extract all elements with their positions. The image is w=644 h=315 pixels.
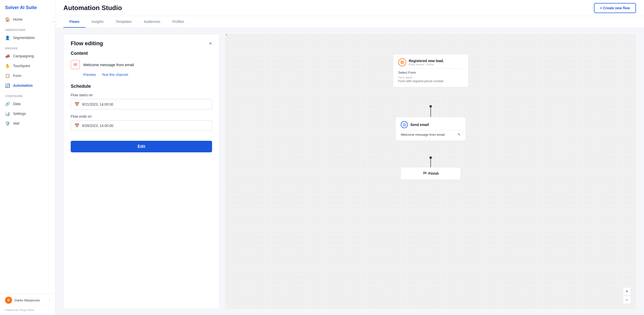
username: Darko Marjanovic [15, 298, 47, 302]
sidebar-item-label: Form [13, 74, 21, 78]
sidebar-item-automation[interactable]: 🔄 Automation [0, 81, 55, 91]
trigger-node-title: Registered new lead. [409, 59, 444, 63]
sidebar-section-engage: ENGAGE [0, 43, 55, 51]
close-icon[interactable]: × [209, 41, 212, 46]
flow-starts-input[interactable]: 📅 9/21/2023, 14:00:00 [71, 99, 212, 109]
finish-node: 🏁 Finish [400, 167, 461, 180]
tab-insights[interactable]: Insights [86, 16, 110, 28]
sidebar: Solver AI Suite ← 🏠 Home UNDERSTAND 👤 Se… [0, 0, 55, 315]
home-icon: 🏠 [5, 17, 10, 22]
envelope-icon: ✉ [73, 62, 77, 67]
svg-marker-1 [225, 34, 227, 35]
schedule-section: Schedule Flow starts on 📅 9/21/2023, 14:… [71, 84, 212, 131]
form-name-value: Form with required phone number [398, 79, 463, 83]
action-content-label: Welcome message from email [401, 133, 445, 137]
sidebar-footer: D Darko Marjanovic › [0, 293, 55, 307]
tab-profiles[interactable]: Profiles [166, 16, 190, 28]
panel-body: Content ✉ Welcome message from email Pre… [64, 51, 219, 309]
sidebar-toggle[interactable]: ← [52, 18, 59, 25]
sidebar-item-label: Automation [13, 83, 33, 87]
flow-editing-panel: Flow editing × Content ✉ Welcome message… [63, 34, 219, 309]
flow-canvas: Registered new lead. Entry source - form… [225, 34, 636, 309]
email-icon: ✉ [71, 60, 80, 69]
tab-audiences[interactable]: Audiences [138, 16, 166, 28]
trigger-node-subtitle: Entry source - forms [409, 63, 444, 66]
action-node: Send email Welcome message from email ✎ [395, 117, 466, 141]
svg-point-4 [429, 105, 432, 108]
flow-ends-input[interactable]: 📅 9/28/2023, 14:00:00 [71, 120, 212, 131]
app-logo: Solver AI Suite [0, 0, 55, 15]
sidebar-item-label: Settings [13, 112, 26, 116]
form-icon: 📋 [5, 73, 10, 78]
iam-icon: 🛡️ [5, 121, 10, 126]
sidebar-item-settings[interactable]: 📊 Settings [0, 109, 55, 119]
create-flow-button[interactable]: + Create new flow [594, 3, 636, 13]
node-edit-icon[interactable]: ✎ [458, 132, 461, 137]
content-item-label: Welcome message from email [83, 63, 134, 67]
trigger-node: Registered new lead. Entry source - form… [393, 54, 468, 87]
sidebar-item-segmentation[interactable]: 👤 Segmentation [0, 33, 55, 43]
page-title: Automation Studio [63, 4, 122, 12]
zoom-in-button[interactable]: + [623, 287, 631, 295]
sidebar-item-iam[interactable]: 🛡️ IAM [0, 119, 55, 128]
flow-starts-label: Flow starts on [71, 93, 212, 97]
sidebar-item-form[interactable]: 📋 Form [0, 71, 55, 81]
sidebar-item-label: IAM [13, 121, 19, 125]
trigger-node-header: Registered new lead. Entry source - form… [398, 58, 463, 66]
svg-marker-3 [225, 34, 227, 35]
sidebar-item-campaigning[interactable]: 📣 Campaigning [0, 51, 55, 61]
flow-starts-value: 9/21/2023, 14:00:00 [82, 102, 113, 106]
data-icon: 🔗 [5, 102, 10, 106]
calendar-icon: 📅 [74, 102, 79, 107]
chevron-right-icon: › [49, 298, 50, 302]
trigger-node-titles: Registered new lead. Entry source - form… [409, 59, 444, 66]
preview-link[interactable]: Preview [83, 73, 96, 77]
top-header: Automation Studio + Create new flow [55, 0, 644, 16]
action-icon [401, 121, 408, 128]
tab-templates[interactable]: Templates [110, 16, 138, 28]
form-name-label: Form name [398, 76, 463, 79]
zoom-out-button[interactable]: − [623, 296, 631, 304]
finish-label: 🏁 Finish [406, 171, 456, 175]
zoom-controls: + − [623, 287, 631, 304]
sidebar-section-understand: UNDERSTAND [0, 24, 55, 33]
sidebar-item-label: Segmentation [13, 36, 35, 40]
finish-flag-icon: 🏁 [423, 171, 427, 175]
touchpoint-icon: ✋ [5, 64, 10, 68]
trigger-icon [398, 58, 406, 66]
settings-icon: 📊 [5, 111, 10, 116]
flow-ends-value: 9/28/2023, 14:00:00 [82, 124, 113, 128]
tabs-bar: Flows Insights Templates Audiences Profi… [55, 16, 644, 28]
svg-point-7 [401, 62, 403, 63]
action-node-header: Send email [401, 121, 461, 128]
content-area: Flow editing × Content ✉ Welcome message… [55, 28, 644, 315]
calendar-icon-2: 📅 [74, 123, 79, 128]
tab-flows[interactable]: Flows [63, 16, 86, 28]
flow-ends-label: Flow ends on [71, 114, 212, 118]
panel-title: Flow editing [71, 40, 103, 47]
segmentation-icon: 👤 [5, 35, 10, 40]
schedule-section-title: Schedule [71, 84, 212, 89]
action-node-content: Welcome message from email ✎ [401, 132, 461, 137]
svg-point-5 [429, 156, 432, 159]
user-menu[interactable]: D Darko Marjanovic › [5, 297, 50, 304]
sidebar-item-label: Campaigning [13, 54, 34, 58]
svg-point-6 [401, 61, 404, 64]
sidebar-section-configure: CONFIGURE [0, 91, 55, 99]
automation-icon: 🔄 [5, 83, 10, 88]
sidebar-item-label: Data [13, 102, 21, 106]
sidebar-item-home[interactable]: 🏠 Home [0, 15, 55, 24]
content-item: ✉ Welcome message from email [71, 60, 212, 69]
sidebar-item-label: Touchpoint [13, 64, 30, 68]
powered-by: Powered by Things Solver [0, 307, 55, 315]
panel-header: Flow editing × [64, 34, 219, 51]
sidebar-item-label: Home [13, 17, 22, 21]
content-section-title: Content [71, 51, 212, 56]
campaigning-icon: 📣 [5, 54, 10, 59]
sidebar-item-data[interactable]: 🔗 Data [0, 99, 55, 109]
select-form-label: Select Form [398, 71, 463, 74]
test-channel-link[interactable]: Test this channel [102, 73, 128, 77]
edit-button[interactable]: Edit [71, 141, 212, 152]
action-links: Preview Test this channel [71, 73, 212, 77]
sidebar-item-touchpoint[interactable]: ✋ Touchpoint [0, 61, 55, 71]
